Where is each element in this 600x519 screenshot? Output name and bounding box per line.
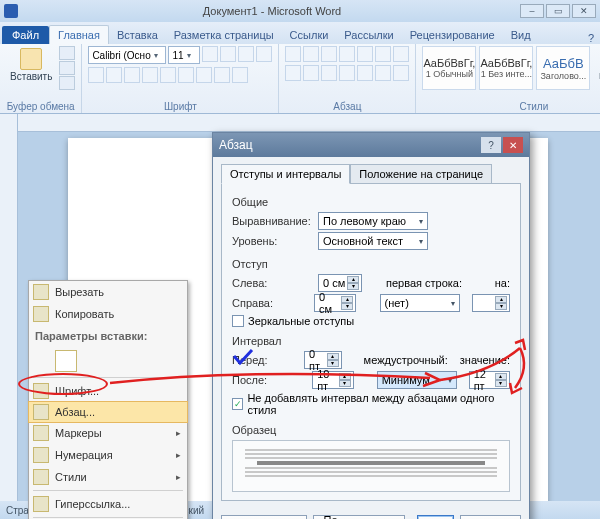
ctx-hyperlink[interactable]: Гиперссылка... (29, 493, 187, 515)
paste-option-icon[interactable] (55, 350, 77, 372)
checkbox-icon (232, 315, 244, 327)
group-clipboard: Вставить Буфер обмена (0, 44, 82, 113)
linespace-select[interactable]: Минимум▾ (377, 371, 457, 389)
indent-dec-icon[interactable] (339, 46, 355, 62)
clear-format-icon[interactable] (256, 46, 272, 62)
dialog-tab-indents[interactable]: Отступы и интервалы (221, 164, 350, 184)
bold-icon[interactable] (88, 67, 104, 83)
tab-review[interactable]: Рецензирование (402, 26, 503, 44)
underline-icon[interactable] (124, 67, 140, 83)
grow-font-icon[interactable] (202, 46, 218, 62)
level-select[interactable]: Основной текст▾ (318, 232, 428, 250)
highlight-icon[interactable] (214, 67, 230, 83)
value-label: значение: (460, 354, 510, 366)
shrink-font-icon[interactable] (220, 46, 236, 62)
change-styles-button[interactable]: Изменить стили (593, 46, 600, 93)
bullets-icon[interactable] (285, 46, 301, 62)
hyperlink-icon (33, 496, 49, 512)
copy-icon[interactable] (59, 61, 75, 75)
dialog-close-button[interactable]: ✕ (503, 137, 523, 153)
sort-icon[interactable] (375, 46, 391, 62)
align-right-icon[interactable] (321, 65, 337, 81)
alignment-select[interactable]: По левому краю▾ (318, 212, 428, 230)
format-painter-icon[interactable] (59, 76, 75, 90)
window-titlebar: Документ1 - Microsoft Word – ▭ ✕ (0, 0, 600, 22)
ctx-font[interactable]: Шрифт... (29, 380, 187, 402)
style-nospacing[interactable]: АаБбВвГг,1 Без инте... (479, 46, 533, 90)
subscript-icon[interactable] (160, 67, 176, 83)
tab-mailings[interactable]: Рассылки (336, 26, 401, 44)
tab-view[interactable]: Вид (503, 26, 539, 44)
help-icon[interactable]: ? (588, 32, 594, 44)
group-styles: АаБбВвГг,1 Обычный АаБбВвГг,1 Без инте..… (416, 44, 600, 113)
before-spin[interactable]: 0 пт▴▾ (304, 351, 342, 369)
font-color-icon[interactable] (232, 67, 248, 83)
paste-button[interactable]: Вставить (6, 46, 56, 84)
borders-icon[interactable] (393, 65, 409, 81)
indent-inc-icon[interactable] (357, 46, 373, 62)
by-spin[interactable]: ▴▾ (472, 294, 510, 312)
ctx-copy[interactable]: Копировать (29, 303, 187, 325)
multilevel-icon[interactable] (321, 46, 337, 62)
ctx-paragraph[interactable]: Абзац... (28, 401, 188, 423)
align-left-icon[interactable] (285, 65, 301, 81)
tab-home[interactable]: Главная (49, 25, 109, 44)
paragraph-icon (33, 404, 49, 420)
mirror-checkbox[interactable]: Зеркальные отступы (232, 315, 510, 327)
change-case-icon[interactable] (238, 46, 254, 62)
ctx-numbering[interactable]: Нумерация▸ (29, 444, 187, 466)
paragraph-dialog: Абзац ? ✕ Отступы и интервалы Положение … (212, 132, 530, 519)
minimize-button[interactable]: – (520, 4, 544, 18)
show-marks-icon[interactable] (393, 46, 409, 62)
font-name-combo[interactable]: Calibri (Осно▾ (88, 46, 166, 64)
firstline-select[interactable]: (нет)▾ (380, 294, 460, 312)
ctx-styles[interactable]: Стили▸ (29, 466, 187, 488)
italic-icon[interactable] (106, 67, 122, 83)
justify-icon[interactable] (339, 65, 355, 81)
dialog-title: Абзац (219, 138, 253, 152)
tab-references[interactable]: Ссылки (282, 26, 337, 44)
group-label: Буфер обмена (6, 100, 75, 112)
strike-icon[interactable] (142, 67, 158, 83)
cancel-button[interactable]: Отмена (460, 515, 521, 519)
after-spin[interactable]: 10 пт▴▾ (312, 371, 353, 389)
align-center-icon[interactable] (303, 65, 319, 81)
ctx-bullets[interactable]: Маркеры▸ (29, 422, 187, 444)
noaddspace-checkbox[interactable]: ✓Не добавлять интервал между абзацами од… (232, 392, 510, 416)
ctx-paste-options (29, 347, 187, 375)
dialog-titlebar[interactable]: Абзац ? ✕ (213, 133, 529, 157)
left-label: Слева: (232, 277, 312, 289)
group-label: Стили (422, 100, 600, 112)
style-heading[interactable]: АаБбВЗаголово... (536, 46, 590, 90)
styles-icon (33, 469, 49, 485)
default-button[interactable]: По умолчанию (313, 515, 405, 519)
file-tab[interactable]: Файл (2, 26, 49, 44)
paste-icon (20, 48, 42, 70)
tabs-button[interactable]: Табуляция... (221, 515, 307, 519)
dialog-help-button[interactable]: ? (481, 137, 501, 153)
section-general: Общие (232, 196, 510, 208)
copy-icon (33, 306, 49, 322)
dialog-tab-position[interactable]: Положение на странице (350, 164, 492, 184)
horizontal-ruler (18, 114, 600, 132)
shading-icon[interactable] (375, 65, 391, 81)
cut-icon[interactable] (59, 46, 75, 60)
right-spin[interactable]: 0 см▴▾ (314, 294, 356, 312)
value-spin[interactable]: 12 пт▴▾ (469, 371, 510, 389)
level-label: Уровень: (232, 235, 312, 247)
ok-button[interactable]: ОК (417, 515, 454, 519)
ctx-cut[interactable]: Вырезать (29, 281, 187, 303)
tab-insert[interactable]: Вставка (109, 26, 166, 44)
left-spin[interactable]: 0 см▴▾ (318, 274, 362, 292)
text-effects-icon[interactable] (196, 67, 212, 83)
line-spacing-icon[interactable] (357, 65, 373, 81)
maximize-button[interactable]: ▭ (546, 4, 570, 18)
alignment-label: Выравнивание: (232, 215, 312, 227)
bullets-icon (33, 425, 49, 441)
font-size-combo[interactable]: 11▾ (168, 46, 200, 64)
style-normal[interactable]: АаБбВвГг,1 Обычный (422, 46, 476, 90)
superscript-icon[interactable] (178, 67, 194, 83)
tab-layout[interactable]: Разметка страницы (166, 26, 282, 44)
numbering-icon[interactable] (303, 46, 319, 62)
close-button[interactable]: ✕ (572, 4, 596, 18)
